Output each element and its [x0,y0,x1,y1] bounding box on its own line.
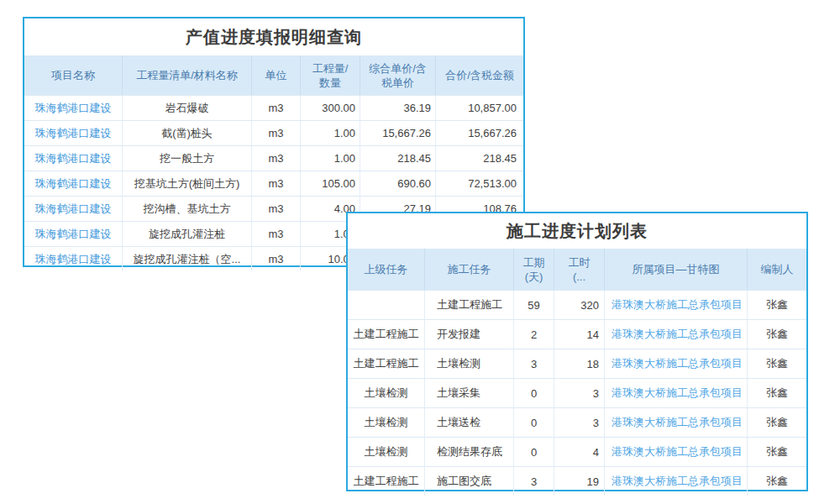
construction-task-cell: 检测结果存底 [425,438,514,466]
project-name-cell: 珠海鹤港口建设 [24,146,123,171]
construction-task-cell: 土壤采集 [425,379,514,407]
column-header-parent-task: 上级任务 [348,249,425,290]
project-gantt-link[interactable]: 港珠澳大桥施工总承包项目 [612,474,743,489]
project-gantt-link[interactable]: 港珠澳大桥施工总承包项目 [612,356,743,371]
material-name-cell: 岩石爆破 [123,96,252,120]
compiler-cell: 张鑫 [748,320,806,349]
parent-task-cell: 土壤检测 [348,408,425,437]
parent-task-cell: 土建工程施工 [348,467,425,496]
unit-cell: m3 [252,171,301,196]
quantity-cell: 1.00 [301,121,360,145]
unit-cell: m3 [252,96,301,120]
compiler-cell: 张鑫 [748,349,806,378]
project-gantt-cell: 港珠澳大桥施工总承包项目 [605,438,748,466]
table-row: 珠海鹤港口建设 挖基坑土方(桩间土方) m3 105.00 690.60 72,… [24,171,523,196]
project-name-link[interactable]: 珠海鹤港口建设 [35,227,112,242]
project-gantt-cell: 港珠澳大桥施工总承包项目 [605,291,748,319]
project-gantt-cell: 港珠澳大桥施工总承包项目 [605,408,748,437]
column-header-compiler: 编制人 [748,249,806,290]
table-row: 土壤检测 检测结果存底 0 4 港珠澳大桥施工总承包项目 张鑫 [348,437,806,466]
material-name-cell: 挖基坑土方(桩间土方) [123,171,252,196]
material-name-cell: 挖一般土方 [123,146,252,171]
total-amount-cell: 218.45 [436,146,523,171]
project-name-cell: 珠海鹤港口建设 [24,247,123,271]
material-name-cell: 旋挖成孔灌注桩（空... [123,247,252,271]
unit-price-cell: 15,667.26 [360,121,436,145]
table2-title: 施工进度计划列表 [348,213,806,249]
compiler-cell: 张鑫 [748,438,806,466]
duration-days-cell: 2 [514,320,554,349]
parent-task-cell: 土建工程施工 [348,320,425,349]
project-name-cell: 珠海鹤港口建设 [24,121,123,145]
work-hours-cell: 19 [554,467,605,496]
column-header-material-name: 工程量清单/材料名称 [123,55,252,95]
project-name-link[interactable]: 珠海鹤港口建设 [35,126,112,141]
quantity-cell: 300.00 [301,96,360,120]
duration-days-cell: 0 [514,379,554,407]
table-row: 土壤检测 土壤送检 0 3 港珠澳大桥施工总承包项目 张鑫 [348,407,806,437]
unit-price-cell: 36.19 [360,96,436,120]
construction-task-cell: 土壤送检 [425,408,514,437]
unit-cell: m3 [252,197,301,221]
project-name-cell: 珠海鹤港口建设 [24,222,123,246]
column-header-unit-price: 综合单价/含税单价 [360,55,436,95]
parent-task-cell [348,291,425,319]
work-hours-cell: 14 [554,320,605,349]
unit-cell: m3 [252,247,301,271]
project-gantt-link[interactable]: 港珠澳大桥施工总承包项目 [612,415,743,430]
duration-days-cell: 59 [514,291,554,319]
duration-days-cell: 0 [514,408,554,437]
duration-days-cell: 3 [514,349,554,378]
project-gantt-cell: 港珠澳大桥施工总承包项目 [605,349,748,378]
total-amount-cell: 72,513.00 [436,171,523,196]
project-name-link[interactable]: 珠海鹤港口建设 [35,252,112,267]
project-gantt-cell: 港珠澳大桥施工总承包项目 [605,320,748,349]
material-name-cell: 截(凿)桩头 [123,121,252,145]
table1-header-row: 项目名称 工程量清单/材料名称 单位 工程量/数量 综合单价/含税单价 合价/含… [24,55,523,95]
project-gantt-link[interactable]: 港珠澳大桥施工总承包项目 [612,444,743,459]
column-header-duration-days: 工期(天) [514,249,554,290]
project-gantt-cell: 港珠澳大桥施工总承包项目 [605,467,748,496]
unit-price-cell: 218.45 [360,146,436,171]
work-hours-cell: 18 [554,349,605,378]
table-row: 土建工程施工 59 320 港珠澳大桥施工总承包项目 张鑫 [348,290,806,319]
project-gantt-link[interactable]: 港珠澳大桥施工总承包项目 [612,297,743,312]
project-name-link[interactable]: 珠海鹤港口建设 [35,151,112,166]
unit-price-cell: 690.60 [360,171,436,196]
quantity-cell: 1.00 [301,146,360,171]
project-gantt-link[interactable]: 港珠澳大桥施工总承包项目 [612,327,743,342]
project-gantt-cell: 港珠澳大桥施工总承包项目 [605,379,748,407]
project-name-cell: 珠海鹤港口建设 [24,171,123,196]
unit-cell: m3 [252,121,301,145]
project-name-link[interactable]: 珠海鹤港口建设 [35,202,112,217]
compiler-cell: 张鑫 [748,467,806,496]
project-name-link[interactable]: 珠海鹤港口建设 [35,101,112,116]
column-header-construction-task: 施工任务 [425,249,514,290]
work-hours-cell: 3 [554,408,605,437]
duration-days-cell: 3 [514,467,554,496]
table2-header-row: 上级任务 施工任务 工期(天) 工时(... 所属项目—甘特图 编制人 [348,249,806,290]
table-row: 土建工程施工 开发报建 2 14 港珠澳大桥施工总承包项目 张鑫 [348,319,806,349]
construction-task-cell: 开发报建 [425,320,514,349]
column-header-project-gantt: 所属项目—甘特图 [605,249,748,290]
table1-title: 产值进度填报明细查询 [24,18,523,55]
column-header-unit: 单位 [252,55,301,95]
project-name-cell: 珠海鹤港口建设 [24,96,123,120]
material-name-cell: 旋挖成孔灌注桩 [123,222,252,246]
work-hours-cell: 320 [554,291,605,319]
work-hours-cell: 4 [554,438,605,466]
column-header-project-name: 项目名称 [24,55,123,95]
parent-task-cell: 土壤检测 [348,379,425,407]
column-header-total-amount: 合价/含税金额 [436,55,523,95]
project-name-link[interactable]: 珠海鹤港口建设 [35,176,112,192]
construction-task-cell: 施工图交底 [425,467,514,496]
quantity-cell: 105.00 [301,171,360,196]
project-gantt-link[interactable]: 港珠澳大桥施工总承包项目 [612,386,743,401]
parent-task-cell: 土壤检测 [348,438,425,466]
unit-cell: m3 [252,146,301,171]
table-row: 珠海鹤港口建设 挖一般土方 m3 1.00 218.45 218.45 [24,145,523,171]
duration-days-cell: 0 [514,438,554,466]
construction-task-cell: 土壤检测 [425,349,514,378]
table-row: 珠海鹤港口建设 岩石爆破 m3 300.00 36.19 10,857.00 [24,95,523,120]
table-row: 珠海鹤港口建设 截(凿)桩头 m3 1.00 15,667.26 15,667.… [24,120,523,145]
